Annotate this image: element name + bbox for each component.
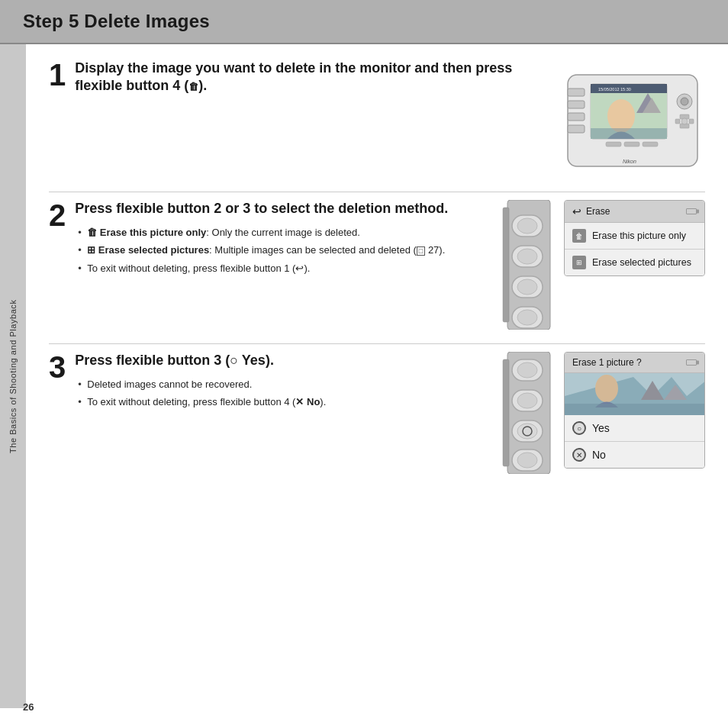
svg-rect-16 [568,89,585,96]
step-1-left: 1 Display the image you want to delete i… [49,60,545,178]
svg-point-47 [595,375,618,402]
svg-rect-17 [568,101,585,108]
svg-text:15/05/2012  15:30: 15/05/2012 15:30 [598,87,631,92]
menu-panel-step2: ↩ Erase 🗑 Erase this picture only ⊞ Eras… [564,200,705,276]
menu-item-erase-single[interactable]: 🗑 Erase this picture only [565,223,704,250]
main-content: 1 Display the image you want to delete i… [26,44,728,708]
svg-point-37 [517,362,537,378]
svg-point-27 [517,218,537,234]
step-2-number: 2 [49,200,66,230]
sidebar: The Basics of Shooting and Playback [0,44,26,708]
svg-point-31 [517,279,537,295]
yes-button-icon: ○ [572,421,586,435]
step-1-section: 1 Display the image you want to delete i… [49,60,705,192]
battery-icon [686,208,697,214]
button-strip-step2 [501,200,556,330]
confirm-yes-row[interactable]: ○ Yes [565,415,704,442]
step-3-section: 3 Press flexible button 3 (○ Yes). Delet… [49,352,705,488]
step-3-left: 3 Press flexible button 3 (○ Yes). Delet… [49,352,486,474]
header-bar: Step 5 Delete Images [0,0,728,44]
menu-back-icon: ↩ [572,205,581,217]
svg-point-33 [517,310,537,325]
step-3-right: Erase 1 picture ? [501,352,705,474]
menu-item-erase-selected[interactable]: ⊞ Erase selected pictures [565,250,704,275]
svg-rect-21 [624,142,639,147]
step-2-title: Press flexible button 2 or 3 to select t… [75,200,448,217]
svg-rect-8 [591,128,667,139]
svg-point-41 [517,424,537,439]
page-title: Step 5 Delete Images [23,11,705,32]
confirm-header: Erase 1 picture ? [565,353,704,373]
step-2-right: ↩ Erase 🗑 Erase this picture only ⊞ Eras… [501,200,705,330]
no-label: No [592,449,606,461]
svg-rect-22 [643,142,658,147]
button-strip-step3 [501,352,556,474]
erase-single-icon: 🗑 [572,229,586,243]
confirm-header-label: Erase 1 picture ? [572,357,642,368]
step-2-left: 2 Press flexible button 2 or 3 to select… [49,200,486,330]
svg-rect-50 [565,404,704,415]
menu-header: ↩ Erase [565,201,704,223]
step-2-body: 🗑 Erase this picture only: Only the curr… [75,225,448,276]
svg-point-39 [517,393,537,408]
svg-point-29 [517,249,537,264]
svg-rect-20 [606,142,621,147]
confirm-no-row[interactable]: ✕ No [565,442,704,468]
menu-item-erase-selected-label: Erase selected pictures [592,257,691,268]
camera-illustration: 15/05/2012 15:30 [560,60,705,178]
step-3-title: Press flexible button 3 (○ Yes). [75,352,326,369]
svg-point-44 [517,453,537,468]
no-button-icon: ✕ [572,448,586,462]
page-number: 26 [23,701,34,713]
confirm-panel: Erase 1 picture ? [564,352,705,469]
yes-label: Yes [592,422,610,434]
confirm-image-preview [565,373,704,415]
svg-rect-35 [503,359,509,466]
step-3-body: Deleted images cannot be recovered. To e… [75,377,326,410]
menu-item-erase-single-label: Erase this picture only [592,230,686,241]
erase-selected-icon: ⊞ [572,256,586,269]
menu-header-label: Erase [586,206,610,217]
svg-text:Nikon: Nikon [623,159,636,164]
step-1-number: 1 [49,60,66,90]
svg-rect-14 [689,119,694,124]
svg-point-10 [681,98,688,105]
step-3-number: 3 [49,352,66,382]
svg-rect-18 [568,113,585,121]
svg-rect-19 [568,125,585,133]
step-1-right: 15/05/2012 15:30 [560,60,705,178]
sidebar-label: The Basics of Shooting and Playback [8,299,18,453]
svg-point-5 [607,99,635,133]
svg-point-15 [681,118,688,124]
svg-rect-13 [675,119,680,124]
step-2-section: 2 Press flexible button 2 or 3 to select… [49,200,705,344]
svg-rect-25 [503,208,509,322]
battery-icon-confirm [686,359,697,366]
step-1-title: Display the image you want to delete in … [75,60,545,94]
